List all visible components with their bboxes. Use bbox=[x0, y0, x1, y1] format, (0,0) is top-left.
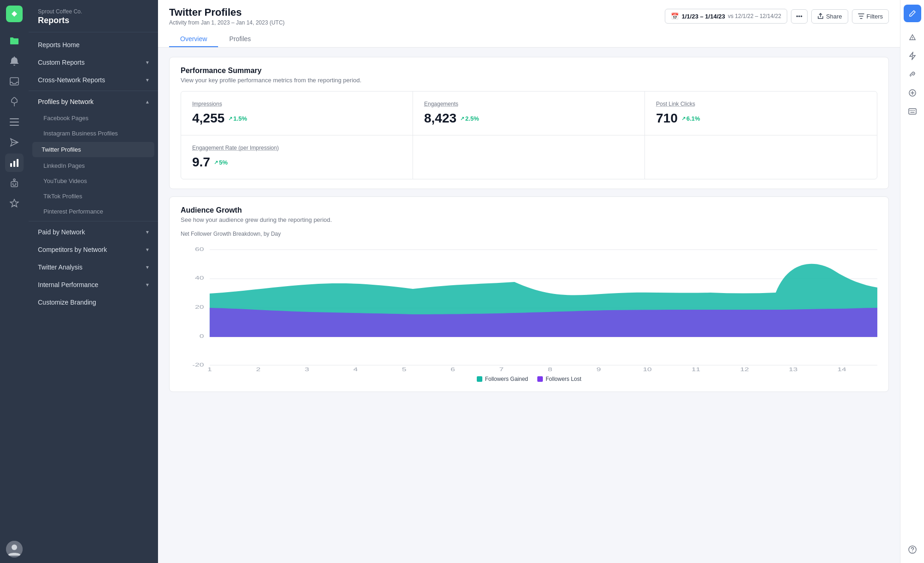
sidebar-sub-youtube[interactable]: YouTube Videos bbox=[29, 173, 158, 189]
tab-profiles[interactable]: Profiles bbox=[218, 31, 262, 47]
svg-text:8: 8 bbox=[548, 367, 553, 372]
more-options-button[interactable]: ••• bbox=[791, 9, 808, 24]
engagements-arrow-icon: ↗ bbox=[460, 116, 464, 122]
svg-text:6: 6 bbox=[450, 367, 455, 372]
impressions-change: ↗ 1.5% bbox=[228, 115, 247, 122]
audience-growth-card: Audience Growth See how your audience gr… bbox=[169, 196, 889, 392]
alert-icon[interactable] bbox=[904, 29, 921, 46]
svg-rect-7 bbox=[13, 161, 15, 167]
svg-rect-2 bbox=[10, 118, 19, 119]
sidebar-nav: Reports Home Custom Reports ▾ Cross-Netw… bbox=[29, 32, 158, 563]
legend-followers-lost: Followers Lost bbox=[537, 376, 581, 382]
rail-icon-pin[interactable] bbox=[5, 92, 24, 111]
svg-text:2: 2 bbox=[256, 367, 261, 372]
add-icon[interactable] bbox=[904, 84, 921, 102]
svg-point-13 bbox=[15, 184, 17, 185]
svg-text:20: 20 bbox=[195, 304, 204, 310]
calendar-icon: 📅 bbox=[671, 12, 679, 20]
share-button[interactable]: Share bbox=[811, 9, 848, 24]
rail-icon-bell[interactable] bbox=[5, 52, 24, 70]
sidebar-item-reports-home[interactable]: Reports Home bbox=[29, 36, 158, 54]
rail-icon-robot[interactable] bbox=[5, 174, 24, 192]
post-link-clicks-value: 710 ↗ 6.1% bbox=[656, 111, 866, 126]
sidebar-item-twitter-analysis[interactable]: Twitter Analysis ▾ bbox=[29, 258, 158, 276]
svg-point-16 bbox=[12, 545, 17, 550]
legend-followers-gained: Followers Gained bbox=[477, 376, 528, 382]
sidebar-sub-tiktok[interactable]: TikTok Profiles bbox=[29, 189, 158, 204]
perf-summary-title: Performance Summary bbox=[181, 67, 877, 75]
svg-text:4: 4 bbox=[353, 367, 358, 372]
content-area: Performance Summary View your key profil… bbox=[158, 48, 900, 563]
chevron-paid-icon: ▾ bbox=[146, 229, 149, 235]
engagements-value: 8,423 ↗ 2.5% bbox=[424, 111, 633, 126]
impressions-label: Impressions bbox=[192, 101, 401, 107]
sidebar-item-cross-network[interactable]: Cross-Network Reports ▾ bbox=[29, 71, 158, 89]
filters-button[interactable]: Filters bbox=[852, 9, 889, 24]
svg-rect-4 bbox=[10, 125, 19, 126]
filters-icon bbox=[858, 13, 864, 19]
svg-text:1: 1 bbox=[207, 367, 212, 372]
date-range-button[interactable]: 📅 1/1/23 – 1/14/23 vs 12/1/22 – 12/14/22 bbox=[665, 9, 787, 24]
perf-summary-subtitle: View your key profile performance metric… bbox=[181, 77, 877, 84]
sidebar-item-custom-reports[interactable]: Custom Reports ▾ bbox=[29, 54, 158, 71]
help-icon[interactable] bbox=[904, 541, 921, 558]
svg-point-54 bbox=[912, 551, 913, 552]
left-icon-rail bbox=[0, 0, 29, 563]
sidebar-sub-twitter[interactable]: Twitter Profiles bbox=[32, 142, 154, 157]
rail-icon-chart[interactable] bbox=[5, 153, 24, 172]
svg-text:10: 10 bbox=[643, 367, 651, 372]
metrics-row-1: Impressions 4,255 ↗ 1.5% Engagements bbox=[181, 92, 877, 135]
link-icon[interactable] bbox=[904, 66, 921, 83]
page-subtitle: Activity from Jan 1, 2023 – Jan 14, 2023… bbox=[169, 19, 285, 26]
rail-icon-star[interactable] bbox=[5, 194, 24, 213]
svg-point-10 bbox=[13, 179, 15, 181]
rail-icon-list[interactable] bbox=[5, 113, 24, 131]
svg-text:40: 40 bbox=[195, 275, 204, 281]
keyboard-icon[interactable] bbox=[904, 103, 921, 120]
user-avatar[interactable] bbox=[6, 541, 23, 557]
engagement-rate-change: ↗ 5% bbox=[214, 159, 228, 166]
svg-rect-9 bbox=[11, 182, 18, 187]
nav-divider-2 bbox=[29, 221, 158, 221]
metric-post-link-clicks: Post Link Clicks 710 ↗ 6.1% bbox=[645, 92, 877, 135]
chevron-profiles-icon: ▴ bbox=[146, 98, 149, 105]
sidebar-sub-linkedin[interactable]: LinkedIn Pages bbox=[29, 158, 158, 173]
sidebar-sub-instagram[interactable]: Instagram Business Profiles bbox=[29, 126, 158, 141]
rail-icon-folder[interactable] bbox=[5, 31, 24, 50]
engagement-rate-arrow-icon: ↗ bbox=[214, 159, 218, 165]
engagement-rate-value: 9.7 ↗ 5% bbox=[192, 155, 401, 170]
metrics-wrapper: Impressions 4,255 ↗ 1.5% Engagements bbox=[181, 91, 877, 179]
metric-engagement-rate: Engagement Rate (per Impression) 9.7 ↗ 5… bbox=[181, 135, 413, 179]
rail-icon-inbox[interactable] bbox=[5, 72, 24, 91]
metric-empty-1 bbox=[413, 135, 645, 179]
sidebar-item-competitors[interactable]: Competitors by Network ▾ bbox=[29, 241, 158, 258]
sidebar-company: Sprout Coffee Co. bbox=[38, 8, 149, 15]
svg-text:3: 3 bbox=[305, 367, 310, 372]
engagements-change: ↗ 2.5% bbox=[460, 115, 479, 122]
page-title: Twitter Profiles bbox=[169, 6, 285, 18]
sidebar-item-customize-branding[interactable]: Customize Branding bbox=[29, 294, 158, 311]
audience-growth-title: Audience Growth bbox=[181, 206, 877, 214]
sidebar-sub-pinterest[interactable]: Pinterest Performance bbox=[29, 204, 158, 219]
sidebar-sub-facebook[interactable]: Facebook Pages bbox=[29, 110, 158, 126]
svg-rect-47 bbox=[909, 109, 916, 114]
svg-text:11: 11 bbox=[692, 367, 700, 372]
svg-text:14: 14 bbox=[837, 367, 846, 372]
sidebar-item-profiles-by-network[interactable]: Profiles by Network ▴ bbox=[29, 93, 158, 110]
app-logo bbox=[6, 6, 23, 22]
sidebar-item-paid-by-network[interactable]: Paid by Network ▾ bbox=[29, 223, 158, 241]
sidebar-item-internal-performance[interactable]: Internal Performance ▾ bbox=[29, 276, 158, 294]
performance-summary-card: Performance Summary View your key profil… bbox=[169, 57, 889, 189]
date-range-current: 1/1/23 – 1/14/23 bbox=[681, 13, 725, 20]
compose-button[interactable] bbox=[904, 5, 921, 22]
tab-overview[interactable]: Overview bbox=[169, 31, 218, 47]
svg-point-43 bbox=[912, 39, 913, 40]
tabs: Overview Profiles bbox=[169, 31, 889, 47]
post-link-clicks-arrow-icon: ↗ bbox=[681, 116, 686, 122]
lightning-icon[interactable] bbox=[904, 47, 921, 65]
svg-text:-20: -20 bbox=[192, 362, 204, 367]
nav-divider bbox=[29, 91, 158, 91]
rail-icon-send[interactable] bbox=[5, 133, 24, 152]
metric-engagements: Engagements 8,423 ↗ 2.5% bbox=[413, 92, 645, 135]
date-range-vs: vs 12/1/22 – 12/14/22 bbox=[728, 13, 781, 19]
